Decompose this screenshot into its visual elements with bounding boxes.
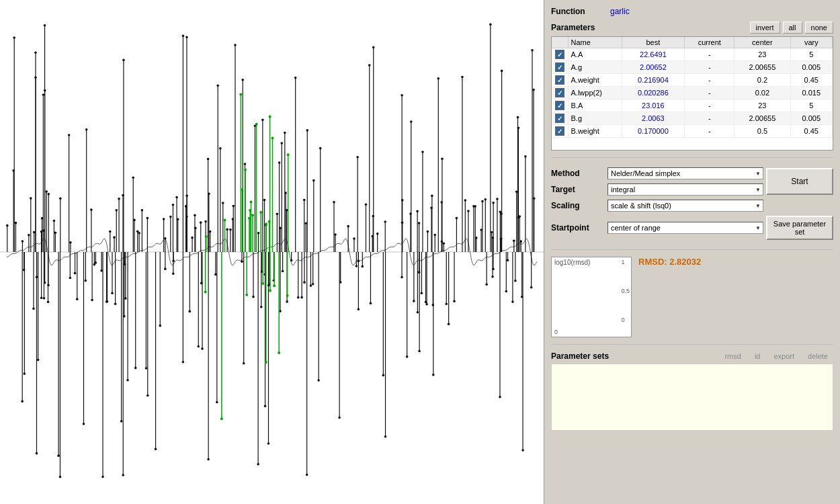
param-center: 23 [734,99,790,112]
startpoint-select-wrapper: center of rangecurrent valuesrandom [607,222,763,234]
function-row: Function garlic [551,7,833,16]
parameter-sets-section: Parameter sets rmsd id export delete [551,351,833,497]
param-center: 2.00655 [734,61,790,74]
target-select-wrapper: integraldifferentialboth [607,183,763,196]
scaling-label: Scaling [551,201,605,210]
rmsd-axis-max: 1 [621,259,630,265]
param-best: 0.170000 [622,125,685,138]
divider-1 [551,157,833,158]
param-vary: 0.45 [790,74,832,87]
param-vary: 0.005 [790,61,832,74]
none-button[interactable]: none [805,22,833,34]
startpoint-label: Startpoint [551,223,605,233]
parameter-sets-area [551,364,833,431]
row-checkbox[interactable] [552,48,568,61]
id-sort-button[interactable]: id [749,351,766,361]
table-row: A.g 2.00652 - 2.00655 0.005 [552,61,833,74]
invert-button[interactable]: invert [750,22,780,34]
rmsd-sort-button[interactable]: rmsd [719,351,746,361]
rmsd-axis-right: 1 0.5 0 [621,259,630,323]
param-center: 0.5 [734,125,790,138]
row-checkbox[interactable] [552,125,568,138]
param-best: 2.0063 [622,112,685,125]
row-checkbox[interactable] [552,99,568,112]
params-header-row: Parameters invert all none [551,22,833,34]
col-vary: vary [790,37,832,48]
param-best: 2.00652 [622,61,685,74]
param-current: - [685,125,734,138]
param-name: A.g [568,61,622,74]
param-sets-buttons: rmsd id export delete [719,351,833,361]
table-row: A.A 22.6491 - 23 5 [552,48,833,61]
right-panel: Function garlic Parameters invert all no… [544,0,840,504]
col-check [552,37,568,48]
param-name: B.A [568,99,622,112]
param-best: 0.216904 [622,74,685,87]
param-current: - [685,112,734,125]
all-button[interactable]: all [783,22,802,34]
param-best: 22.6491 [622,48,685,61]
param-name: B.g [568,112,622,125]
method-select[interactable]: Nelder/Mead simplexLevenberg-MarquardtMo… [607,167,763,179]
param-center: 0.02 [734,87,790,99]
param-current: - [685,48,734,61]
col-best: best [622,37,685,48]
rmsd-value-container: RMSD: 2.82032 [638,257,701,267]
delete-button[interactable]: delete [802,351,833,361]
method-label: Method [551,169,605,178]
param-best: 0.020286 [622,87,685,99]
rmsd-chart: log10(rmsd) 1 0.5 0 0 [551,257,632,337]
col-current: current [685,37,734,48]
param-vary: 0.005 [790,112,832,125]
scaling-select-wrapper: scale & shift (lsq0)scale (lsq1)none [607,200,763,212]
function-value: garlic [610,7,630,16]
rmsd-section: log10(rmsd) 1 0.5 0 0 RMSD: 2.82032 [551,257,833,337]
row-checkbox[interactable] [552,61,568,74]
params-table: Name best current center vary A.A 22.649… [552,37,833,138]
table-row: B.A 23.016 - 23 5 [552,99,833,112]
rmsd-axis-mid: 0.5 [621,288,630,294]
param-vary: 5 [790,48,832,61]
rmsd-axis-min: 0 [621,317,630,323]
row-checkbox[interactable] [552,74,568,87]
col-name: Name [568,37,622,48]
param-vary: 5 [790,99,832,112]
parameters-label: Parameters [551,23,595,32]
table-row: B.weight 0.170000 - 0.5 0.45 [552,125,833,138]
param-current: - [685,61,734,74]
table-row: A.lwpp(2) 0.020286 - 0.02 0.015 [552,87,833,99]
param-name: A.weight [568,74,622,87]
param-vary: 0.015 [790,87,832,99]
row-checkbox[interactable] [552,112,568,125]
param-name: B.weight [568,125,622,138]
param-best: 23.016 [622,99,685,112]
param-center: 2.00655 [734,112,790,125]
param-current: - [685,87,734,99]
rmsd-value: RMSD: 2.82032 [638,250,701,267]
param-current: - [685,74,734,87]
param-center: 0.2 [734,74,790,87]
scaling-select[interactable]: scale & shift (lsq0)scale (lsq1)none [607,200,763,212]
rmsd-axis-bottom: 0 [554,329,558,335]
save-parameter-set-button[interactable]: Save parameter set [766,216,833,240]
chart-panel [0,0,544,504]
export-button[interactable]: export [768,351,800,361]
param-name: A.A [568,48,622,61]
start-button[interactable]: Start [766,168,833,195]
divider-3 [551,344,833,345]
col-center: center [734,37,790,48]
param-name: A.lwpp(2) [568,87,622,99]
target-select[interactable]: integraldifferentialboth [607,183,763,196]
params-table-container: Name best current center vary A.A 22.649… [551,36,833,151]
param-center: 23 [734,48,790,61]
table-row: B.g 2.0063 - 2.00655 0.005 [552,112,833,125]
param-vary: 0.45 [790,125,832,138]
fitting-section: Method Nelder/Mead simplexLevenberg-Marq… [551,165,833,243]
target-label: Target [551,185,605,194]
function-label: Function [551,7,605,16]
row-checkbox[interactable] [552,87,568,99]
startpoint-select[interactable]: center of rangecurrent valuesrandom [607,222,763,234]
parameters-section: Parameters invert all none Name best cur… [551,22,833,151]
table-row: A.weight 0.216904 - 0.2 0.45 [552,74,833,87]
method-select-wrapper: Nelder/Mead simplexLevenberg-MarquardtMo… [607,167,763,179]
